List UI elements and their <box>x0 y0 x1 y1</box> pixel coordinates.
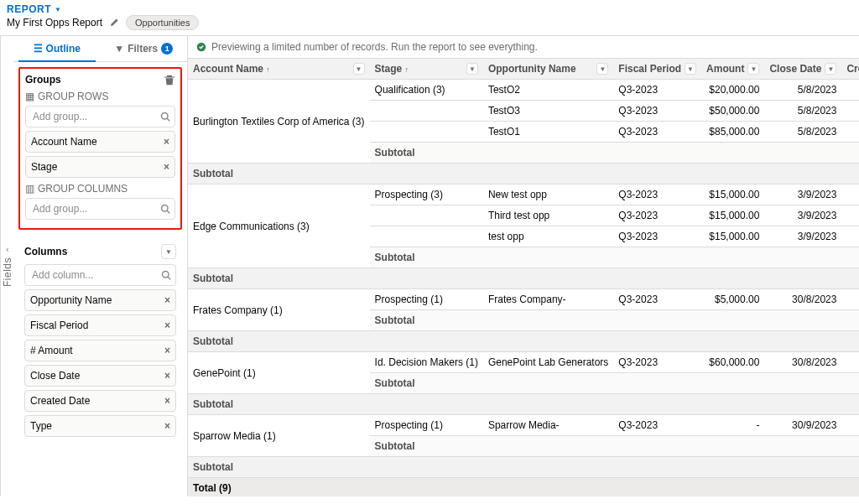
cell-created: 5/8/2023 <box>841 122 859 143</box>
cell-created: 4/8/2023 <box>841 205 859 226</box>
pill-label: Fiscal Period <box>30 320 88 331</box>
cell-account: GenePoint (1) <box>188 352 370 394</box>
remove-icon[interactable]: × <box>164 345 170 356</box>
cell-created: 3/8/2023 <box>841 415 859 436</box>
column-pill[interactable]: Fiscal Period× <box>24 314 176 336</box>
table-row: Sparrow Media (1)Prospecting (1)Sparrow … <box>188 415 859 436</box>
pill-label: Account Name <box>31 136 97 148</box>
column-menu-icon[interactable]: ▼ <box>466 63 478 75</box>
groups-title: Groups <box>25 74 61 86</box>
rows-icon: ▦ <box>25 91 34 102</box>
cell-account: Frates Company (1) <box>188 289 370 331</box>
col-amt[interactable]: Amount ▼ <box>701 59 764 80</box>
filter-icon: ▼ <box>114 43 124 55</box>
cell-fp: Q3-2023 <box>613 122 701 143</box>
fields-rail-label: Fields <box>2 257 13 287</box>
col-cd[interactable]: Close Date ▼ <box>764 59 841 80</box>
cell-opp: Frates Company- <box>483 289 613 310</box>
column-pill[interactable]: # Amount× <box>24 340 176 361</box>
remove-icon[interactable]: × <box>164 420 170 432</box>
remove-icon[interactable]: × <box>164 395 170 407</box>
group-columns-label: ▥ GROUP COLUMNS <box>25 183 175 195</box>
group-row-pill[interactable]: Stage× <box>25 156 175 178</box>
cell-close: 5/8/2023 <box>764 122 841 143</box>
add-group-columns-input[interactable] <box>25 198 175 220</box>
report-type-text: REPORT <box>7 3 51 15</box>
cell-created: 5/8/2023 <box>841 101 859 122</box>
cell-account: Sparrow Media (1) <box>188 415 370 457</box>
add-group-rows-input[interactable] <box>25 106 175 127</box>
remove-icon[interactable]: × <box>164 136 169 148</box>
cell-opp: GenePoint Lab Generators <box>483 352 613 373</box>
cell-amount: $85,000.00 <box>701 122 764 143</box>
report-title: My First Opps Report <box>7 17 102 29</box>
cell-created: 4/8/2023 <box>841 184 859 205</box>
fields-sidebar-toggle[interactable]: Fields › <box>0 36 13 496</box>
col-fp[interactable]: Fiscal Period ▼ <box>613 59 701 80</box>
col-crd[interactable]: Created Date ▼ <box>841 59 859 80</box>
column-pill[interactable]: Type× <box>24 415 176 437</box>
column-pill[interactable]: Opportunity Name× <box>24 289 176 311</box>
col-stage[interactable]: Stage ↑▼ <box>370 59 483 80</box>
column-pill[interactable]: Close Date× <box>24 365 176 387</box>
cell-created: 2/8/2023 <box>841 352 859 373</box>
pill-label: Opportunity Name <box>30 294 112 306</box>
report-table: Account Name ↑▼Stage ↑▼Opportunity Name … <box>188 59 859 496</box>
cell-close: 30/8/2023 <box>764 352 841 373</box>
groups-section: Groups ▦ GROUP ROWS Account Name×Stage× … <box>18 67 182 230</box>
trash-icon[interactable] <box>164 74 175 86</box>
cell-close: 30/8/2023 <box>764 289 841 310</box>
tab-filters[interactable]: ▼ Filters 1 <box>101 36 188 61</box>
col-opp[interactable]: Opportunity Name ▼ <box>483 59 613 80</box>
account-subtotal-row: Subtotal <box>188 268 859 289</box>
cell-close: 3/9/2023 <box>764 184 841 205</box>
cell-fp: Q3-2023 <box>613 80 701 101</box>
cell-close: 30/9/2023 <box>764 415 841 436</box>
columns-menu-button[interactable]: ▼ <box>161 244 176 259</box>
cell-created: 4/8/2023 <box>841 226 859 247</box>
cell-amount: $15,000.00 <box>701 184 764 205</box>
table-row: GenePoint (1)Id. Decision Makers (1)Gene… <box>188 352 859 373</box>
group-row-pill[interactable]: Account Name× <box>25 131 175 153</box>
column-menu-icon[interactable]: ▼ <box>353 63 365 75</box>
check-circle-icon <box>196 42 206 52</box>
filter-count-badge: 1 <box>161 43 173 55</box>
cell-opp: Sparrow Media- <box>483 415 613 436</box>
cell-fp: Q3-2023 <box>613 226 701 247</box>
cell-close: 3/9/2023 <box>764 205 841 226</box>
chevron-down-icon: ▼ <box>55 6 61 13</box>
remove-icon[interactable]: × <box>164 294 170 306</box>
cell-fp: Q3-2023 <box>613 184 701 205</box>
col-acc[interactable]: Account Name ↑▼ <box>188 59 370 80</box>
cell-account: Edge Communications (3) <box>188 184 370 268</box>
cell-account: Burlington Textiles Corp of America (3) <box>188 80 370 164</box>
remove-icon[interactable]: × <box>164 370 170 382</box>
report-preview: Previewing a limited number of records. … <box>188 36 859 496</box>
pill-label: Stage <box>31 161 57 173</box>
cell-close: 5/8/2023 <box>764 80 841 101</box>
column-menu-icon[interactable]: ▼ <box>825 63 836 75</box>
report-type-label[interactable]: REPORT ▼ <box>7 3 852 15</box>
cell-fp: Q3-2023 <box>613 289 701 310</box>
column-pill[interactable]: Created Date× <box>24 390 176 412</box>
pill-label: Close Date <box>30 370 80 382</box>
account-subtotal-row: Subtotal <box>188 164 859 184</box>
add-column-input[interactable] <box>24 264 176 286</box>
column-menu-icon[interactable]: ▼ <box>685 63 696 75</box>
column-menu-icon[interactable]: ▼ <box>747 63 759 75</box>
remove-icon[interactable]: × <box>164 320 170 331</box>
column-menu-icon[interactable]: ▼ <box>596 63 608 75</box>
cell-opp: New test opp <box>483 184 613 205</box>
tab-outline-label: Outline <box>46 43 81 55</box>
cell-amount: $60,000.00 <box>701 352 764 373</box>
cell-amount: $5,000.00 <box>701 289 764 310</box>
pencil-icon[interactable] <box>109 18 119 28</box>
cell-close: 5/8/2023 <box>764 101 841 122</box>
report-object-chip[interactable]: Opportunities <box>126 15 199 30</box>
remove-icon[interactable]: × <box>164 161 169 173</box>
tab-filters-label: Filters <box>128 43 158 55</box>
cell-opp: Third test opp <box>483 205 613 226</box>
tab-outline[interactable]: ☰ Outline <box>13 36 101 61</box>
cell-amount: $15,000.00 <box>701 226 764 247</box>
chevron-right-icon: › <box>6 246 9 254</box>
